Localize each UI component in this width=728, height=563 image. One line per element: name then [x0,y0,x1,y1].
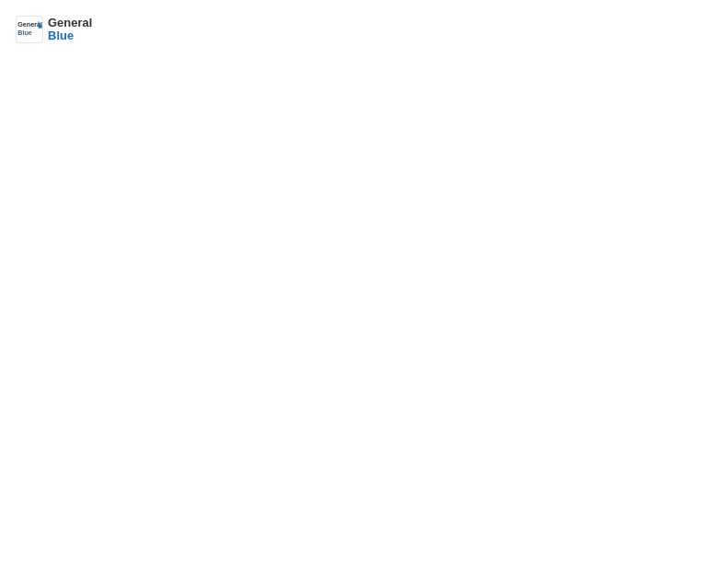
logo-icon: General Blue [15,15,44,44]
logo: General Blue General Blue [15,15,92,44]
page-header: General Blue General Blue [15,15,713,44]
svg-text:Blue: Blue [17,29,32,37]
